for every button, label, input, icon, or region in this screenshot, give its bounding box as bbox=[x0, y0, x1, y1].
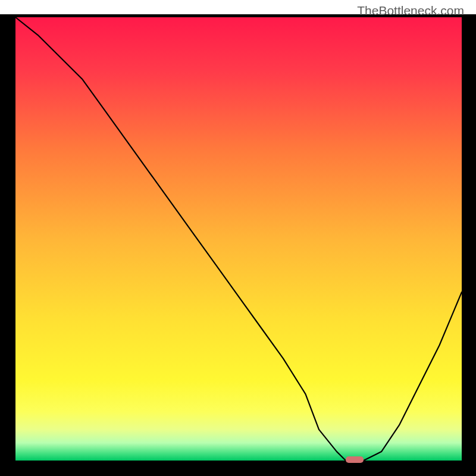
plot-background bbox=[15, 17, 462, 461]
chart-svg bbox=[0, 0, 476, 476]
minimum-marker bbox=[346, 456, 364, 463]
chart-container: TheBottleneck.com bbox=[0, 0, 476, 476]
watermark-text: TheBottleneck.com bbox=[357, 4, 464, 18]
